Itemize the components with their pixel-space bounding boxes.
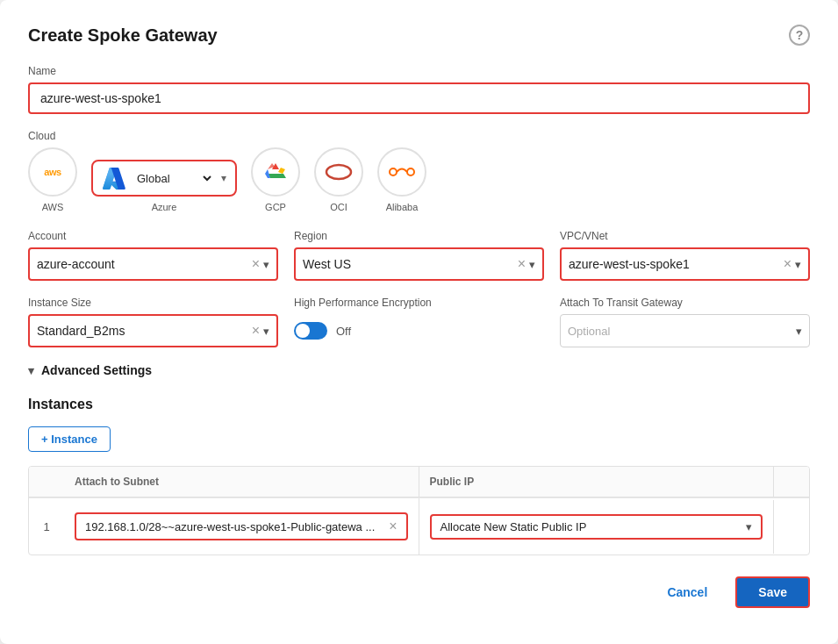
azure-selected-wrap: Global China Government ▾ (91, 160, 237, 197)
modal-footer: Cancel Save (28, 576, 810, 608)
vpc-clear-icon[interactable]: × (784, 256, 791, 272)
cloud-label: Cloud (28, 130, 810, 142)
instances-title: Instances (28, 397, 810, 412)
region-label: Region (294, 230, 544, 242)
instance-size-clear-icon[interactable]: × (252, 323, 260, 339)
cloud-options: aws AWS Global China (28, 147, 810, 212)
svg-point-0 (326, 165, 351, 179)
region-select[interactable]: West US × ▾ (294, 247, 544, 281)
save-button[interactable]: Save (735, 576, 810, 608)
transit-gw-label: Attach To Transit Gateway (560, 297, 810, 309)
instance-size-arrow-icon: ▾ (263, 325, 269, 338)
th-num (29, 467, 64, 497)
vpc-field: VPC/VNet azure-west-us-spoke1 × ▾ (560, 230, 810, 281)
region-value: West US (303, 257, 518, 271)
name-input[interactable] (28, 82, 810, 114)
cancel-button[interactable]: Cancel (653, 578, 721, 606)
oci-icon-wrap (314, 147, 363, 197)
instance-size-field: Instance Size Standard_B2ms × ▾ (28, 297, 278, 347)
aws-logo: aws (44, 167, 61, 177)
gcp-icon-wrap (251, 147, 300, 197)
instance-hpe-transit-row: Instance Size Standard_B2ms × ▾ High Per… (28, 297, 810, 347)
row-num: 1 (29, 512, 64, 542)
azure-logo-svg (102, 166, 126, 190)
instances-table: Attach to Subnet Public IP 1 192.168.1.0… (28, 466, 810, 555)
create-spoke-gateway-modal: Create Spoke Gateway ? Name Cloud aws AW… (0, 0, 838, 644)
transit-gw-arrow-icon: ▾ (796, 325, 802, 338)
azure-label: Azure (152, 202, 177, 212)
alibaba-label: Alibaba (386, 202, 419, 212)
transit-gw-placeholder: Optional (568, 325, 792, 338)
vpc-arrow-icon: ▾ (795, 258, 801, 271)
cloud-option-oci[interactable]: OCI (314, 147, 363, 212)
hpe-toggle-row: Off (294, 314, 544, 347)
instance-size-value: Standard_B2ms (37, 324, 252, 338)
transit-gw-field: Attach To Transit Gateway Optional ▾ (560, 297, 810, 347)
table-row: 1 192.168.1.0/28~~azure-west-us-spoke1-P… (29, 497, 809, 555)
aws-label: AWS (42, 202, 64, 212)
subnet-value: 192.168.1.0/28~~azure-west-us-spoke1-Pub… (85, 520, 383, 533)
name-label: Name (28, 65, 810, 77)
oci-logo (325, 158, 353, 186)
add-instance-button[interactable]: + Instance (28, 426, 111, 452)
cloud-option-azure[interactable]: Global China Government ▾ Azure (91, 160, 237, 212)
instance-size-label: Instance Size (28, 297, 278, 309)
svg-rect-2 (407, 168, 414, 175)
account-value: azure-account (37, 257, 252, 271)
hpe-toggle-label: Off (336, 325, 351, 338)
account-select[interactable]: azure-account × ▾ (28, 247, 278, 281)
subnet-select[interactable]: 192.168.1.0/28~~azure-west-us-spoke1-Pub… (75, 512, 408, 540)
hpe-toggle[interactable] (294, 322, 327, 340)
instance-size-select[interactable]: Standard_B2ms × ▾ (28, 314, 278, 347)
cloud-option-alibaba[interactable]: Alibaba (377, 147, 426, 212)
aws-icon-wrap: aws (28, 147, 77, 197)
account-field: Account azure-account × ▾ (28, 230, 278, 281)
public-ip-cell-wrapper: Allocate New Static Public IP ▾ (419, 500, 775, 554)
region-arrow-icon: ▾ (529, 258, 535, 271)
help-icon[interactable]: ? (789, 25, 810, 46)
modal-title: Create Spoke Gateway (28, 25, 218, 46)
advanced-chevron-icon: ▾ (28, 364, 34, 377)
azure-dropdown-arrow: ▾ (221, 172, 226, 184)
th-action (774, 467, 809, 497)
gcp-label: GCP (265, 202, 286, 212)
hpe-label: High Performance Encryption (294, 297, 544, 309)
row-action (774, 518, 809, 535)
account-label: Account (28, 230, 278, 242)
modal-header: Create Spoke Gateway ? (28, 25, 810, 46)
th-subnet: Attach to Subnet (64, 467, 419, 497)
region-field: Region West US × ▾ (294, 230, 544, 281)
transit-gw-select[interactable]: Optional ▾ (560, 314, 810, 347)
instances-section: Instances + Instance Attach to Subnet Pu… (28, 397, 810, 555)
name-section: Name (28, 65, 810, 114)
svg-rect-1 (390, 168, 397, 175)
gcp-logo (261, 158, 290, 186)
vpc-value: azure-west-us-spoke1 (569, 257, 784, 271)
azure-global-select[interactable]: Global China Government (133, 171, 214, 186)
hpe-field: High Performance Encryption Off (294, 297, 544, 347)
advanced-settings-section[interactable]: ▾ Advanced Settings (28, 363, 810, 377)
cloud-section: Cloud aws AWS (28, 130, 810, 212)
cloud-option-gcp[interactable]: GCP (251, 147, 300, 212)
region-clear-icon[interactable]: × (518, 256, 526, 272)
oci-label: OCI (330, 202, 347, 212)
subnet-cell-wrapper: 192.168.1.0/28~~azure-west-us-spoke1-Pub… (64, 498, 419, 555)
public-ip-select[interactable]: Allocate New Static Public IP ▾ (430, 514, 763, 540)
alibaba-icon-wrap (377, 147, 426, 197)
subnet-clear-icon[interactable]: × (389, 519, 397, 534)
public-ip-value: Allocate New Static Public IP (440, 520, 741, 533)
vpc-label: VPC/VNet (560, 230, 810, 242)
table-header: Attach to Subnet Public IP (29, 467, 809, 497)
alibaba-logo (388, 162, 416, 182)
account-region-vpc-row: Account azure-account × ▾ Region West US… (28, 230, 810, 281)
public-ip-arrow-icon: ▾ (746, 520, 752, 533)
account-clear-icon[interactable]: × (252, 256, 260, 272)
advanced-settings-label: Advanced Settings (41, 363, 152, 377)
th-public-ip: Public IP (419, 467, 775, 497)
vpc-select[interactable]: azure-west-us-spoke1 × ▾ (560, 247, 810, 281)
hpe-toggle-knob (296, 324, 310, 338)
account-arrow-icon: ▾ (263, 258, 269, 271)
cloud-option-aws[interactable]: aws AWS (28, 147, 77, 212)
